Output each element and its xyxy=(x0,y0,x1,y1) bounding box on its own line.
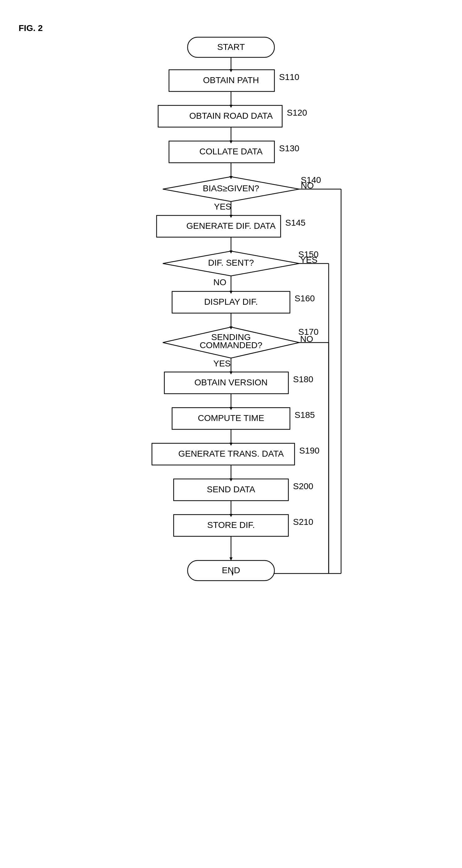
s130-label: S130 xyxy=(279,144,299,153)
s210-label: S210 xyxy=(293,517,313,527)
svg-marker-47 xyxy=(229,557,233,560)
s140-yes: YES xyxy=(214,202,231,211)
s200-label: S200 xyxy=(293,482,313,491)
s170-no: NO xyxy=(300,334,313,344)
figure-label: FIG. 2 xyxy=(19,23,43,33)
s110-label: S110 xyxy=(279,72,299,82)
start-node: START xyxy=(217,42,245,52)
s170-node-line2: COMMANDED? xyxy=(200,340,262,350)
s150-yes: YES xyxy=(300,255,317,265)
s180-node: OBTAIN VERSION xyxy=(194,378,268,387)
s170-yes: YES xyxy=(213,359,231,368)
s180-label: S180 xyxy=(293,374,313,384)
s145-label: S145 xyxy=(285,218,305,227)
s120-label: S120 xyxy=(287,108,307,118)
s150-node: DIF. SENT? xyxy=(208,258,254,268)
s190-node: GENERATE TRANS. DATA xyxy=(178,449,284,459)
s185-node: COMPUTE TIME xyxy=(198,413,264,423)
s140-node: BIAS≥GIVEN? xyxy=(203,184,259,193)
end-node: END xyxy=(222,565,240,575)
s200-node: SEND DATA xyxy=(207,485,255,494)
s140-no: NO xyxy=(301,181,314,190)
s185-label: S185 xyxy=(295,410,315,420)
s190-label: S190 xyxy=(299,446,319,455)
s110-node: OBTAIN PATH xyxy=(203,75,259,85)
s150-no: NO xyxy=(213,277,226,287)
s210-node: STORE DIF. xyxy=(207,520,255,530)
s160-node: DISPLAY DIF. xyxy=(204,297,258,307)
s145-node: GENERATE DIF. DATA xyxy=(186,221,276,230)
s120-node: OBTAIN ROAD DATA xyxy=(189,111,273,121)
s160-label: S160 xyxy=(295,293,315,303)
s130-node: COLLATE DATA xyxy=(199,147,263,156)
